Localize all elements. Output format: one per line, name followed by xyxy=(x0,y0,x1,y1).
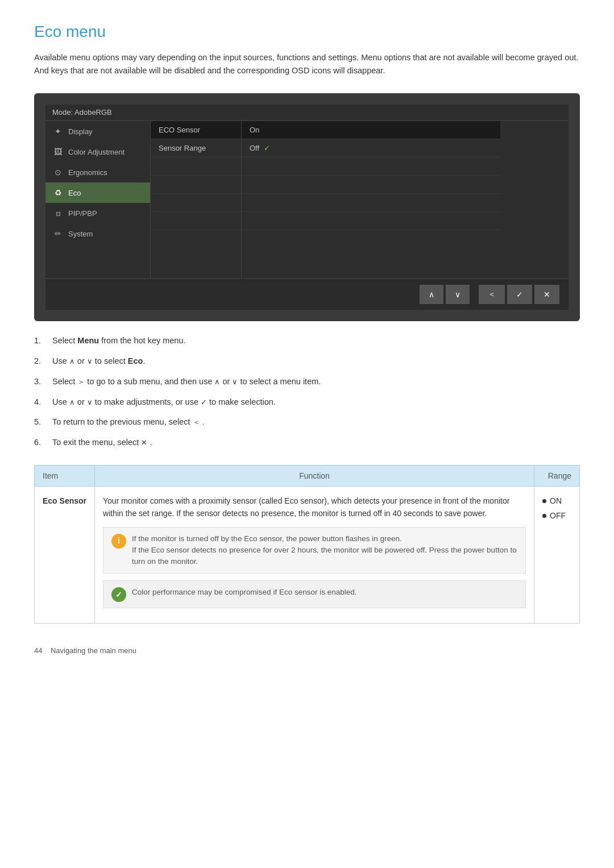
osd-menu-pip-label: PIP/PBP xyxy=(68,209,97,218)
instructions-section: 1. Select Menu from the hot key menu. 2.… xyxy=(34,335,580,449)
osd-buttons-row: ∧ ∨ ＜ ✓ ✕ xyxy=(45,279,569,310)
osd-value-empty1 xyxy=(242,157,500,176)
osd-menu-display-label: Display xyxy=(68,127,93,136)
instruction-2: 2. Use ∧ or ∨ to select Eco. xyxy=(34,355,580,368)
instruction-3: 3. Select ＞ to go to a sub menu, and the… xyxy=(34,376,580,388)
table-header-row: Item Function Range xyxy=(35,465,580,486)
instruction-2-text: Use ∧ or ∨ to select Eco. xyxy=(52,355,145,368)
info-table: Item Function Range Eco Sensor Your moni… xyxy=(34,465,580,624)
footer-text: Navigating the main menu xyxy=(51,646,136,655)
pip-icon: ⧈ xyxy=(52,207,64,219)
osd-menu-pip[interactable]: ⧈ PIP/PBP xyxy=(45,203,150,223)
osd-menu-empty1 xyxy=(45,244,150,261)
osd-value-off[interactable]: Off ✓ xyxy=(242,139,500,157)
intro-paragraph: Available menu options may vary dependin… xyxy=(34,51,580,77)
osd-menu-color-adj[interactable]: 🖼 Color Adjustment xyxy=(45,142,150,162)
osd-btn-down[interactable]: ∨ xyxy=(446,285,470,304)
instruction-4-text: Use ∧ or ∨ to make adjustments, or use ✓… xyxy=(52,396,276,409)
table-cell-function: Your monitor comes with a proximity sens… xyxy=(95,486,534,624)
note-box-info: i If the monitor is turned off by the Ec… xyxy=(103,527,526,574)
range-off: OFF xyxy=(542,509,571,522)
instruction-6-text: To exit the menu, select ✕ . xyxy=(52,437,152,449)
table-cell-range: ON OFF xyxy=(534,486,580,624)
checkmark-icon: ✓ xyxy=(264,144,270,152)
note-info-text: If the monitor is turned off by the Eco … xyxy=(132,533,517,568)
table-row-eco-sensor: Eco Sensor Your monitor comes with a pro… xyxy=(35,486,580,624)
instruction-3-num: 3. xyxy=(34,376,48,388)
osd-btn-up[interactable]: ∧ xyxy=(420,285,443,304)
osd-menu-eco[interactable]: ♻ Eco xyxy=(45,182,150,203)
range-on: ON xyxy=(542,495,571,507)
display-icon: ✦ xyxy=(52,126,64,137)
info-icon: i xyxy=(111,534,126,549)
range-on-label: ON xyxy=(550,495,562,507)
instruction-1-num: 1. xyxy=(34,335,48,347)
osd-values: On Off ✓ xyxy=(242,121,500,278)
osd-col4 xyxy=(500,121,569,278)
osd-menu-ergonomics-label: Ergonomics xyxy=(68,168,107,177)
osd-menu-display[interactable]: ✦ Display xyxy=(45,121,150,142)
osd-value-on-label: On xyxy=(250,126,259,134)
osd-btn-close[interactable]: ✕ xyxy=(534,285,559,304)
table-cell-item: Eco Sensor xyxy=(35,486,95,624)
instruction-2-num: 2. xyxy=(34,355,48,368)
ergonomics-icon: ⊙ xyxy=(52,167,64,178)
osd-submenu-eco-sensor[interactable]: ECO Sensor xyxy=(151,121,241,139)
osd-menu-system-label: System xyxy=(68,230,93,238)
osd-btn-check[interactable]: ✓ xyxy=(507,285,532,304)
osd-submenu-empty3 xyxy=(151,194,241,212)
osd-value-on[interactable]: On xyxy=(242,121,500,139)
osd-submenu-empty4 xyxy=(151,212,241,230)
eco-sensor-desc: Your monitor comes with a proximity sens… xyxy=(103,495,526,520)
page-title: Eco menu xyxy=(34,23,580,41)
note-tip-text: Color performance may be compromised if … xyxy=(132,587,356,598)
instruction-5-num: 5. xyxy=(34,416,48,429)
instruction-1: 1. Select Menu from the hot key menu. xyxy=(34,335,580,347)
instruction-4: 4. Use ∧ or ∨ to make adjustments, or us… xyxy=(34,396,580,409)
range-dot-off xyxy=(542,514,546,518)
page-number: 44 xyxy=(34,646,42,655)
table-header-function: Function xyxy=(95,465,534,486)
eco-icon: ♻ xyxy=(52,187,64,198)
osd-content: ✦ Display 🖼 Color Adjustment ⊙ Ergonomic… xyxy=(45,121,569,278)
osd-mode-bar: Mode: AdobeRGB xyxy=(45,105,569,120)
instruction-1-text: Select Menu from the hot key menu. xyxy=(52,335,186,347)
range-dot-on xyxy=(542,499,546,503)
osd-menu-empty2 xyxy=(45,261,150,278)
osd-submenu: ECO Sensor Sensor Range xyxy=(151,121,242,278)
table-header-item: Item xyxy=(35,465,95,486)
osd-screen: Mode: AdobeRGB ✦ Display 🖼 Color Adjustm… xyxy=(34,93,580,321)
osd-value-off-label: Off xyxy=(250,144,259,152)
osd-menu-ergonomics[interactable]: ⊙ Ergonomics xyxy=(45,162,150,182)
tip-icon: ✓ xyxy=(111,587,126,602)
osd-menu-color-adj-label: Color Adjustment xyxy=(68,148,125,156)
osd-menu-system[interactable]: ✏ System xyxy=(45,223,150,244)
table-header-range: Range xyxy=(534,465,580,486)
system-icon: ✏ xyxy=(52,228,64,239)
osd-submenu-sensor-range[interactable]: Sensor Range xyxy=(151,139,241,157)
instruction-6-num: 6. xyxy=(34,437,48,449)
osd-menu-left: ✦ Display 🖼 Color Adjustment ⊙ Ergonomic… xyxy=(45,121,151,278)
osd-menu-eco-label: Eco xyxy=(68,189,81,197)
osd-submenu-empty1 xyxy=(151,157,241,176)
osd-value-empty3 xyxy=(242,194,500,212)
instruction-5: 5. To return to the previous menu, selec… xyxy=(34,416,580,429)
instruction-5-text: To return to the previous menu, select ＜… xyxy=(52,416,205,429)
instruction-6: 6. To exit the menu, select ✕ . xyxy=(34,437,580,449)
osd-value-empty4 xyxy=(242,212,500,230)
color-adj-icon: 🖼 xyxy=(52,146,64,157)
footer: 44 Navigating the main menu xyxy=(34,646,580,655)
instruction-4-num: 4. xyxy=(34,396,48,409)
osd-submenu-empty2 xyxy=(151,176,241,194)
instruction-3-text: Select ＞ to go to a sub menu, and then u… xyxy=(52,376,321,388)
osd-value-empty2 xyxy=(242,176,500,194)
osd-btn-left[interactable]: ＜ xyxy=(479,285,505,304)
range-off-label: OFF xyxy=(550,509,566,522)
note-box-tip: ✓ Color performance may be compromised i… xyxy=(103,580,526,608)
